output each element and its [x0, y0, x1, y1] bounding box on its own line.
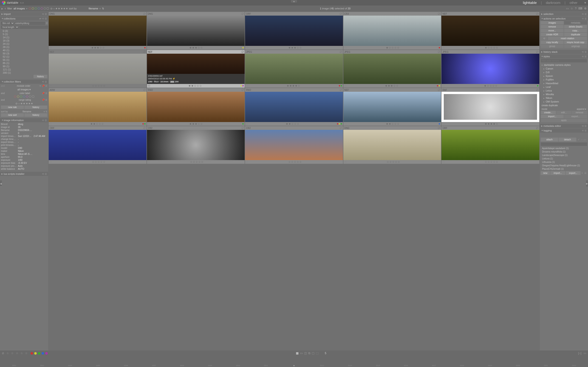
styles-export-button[interactable]: export... [564, 115, 587, 118]
color-label-buttons[interactable] [31, 352, 48, 355]
action-button[interactable]: resync local copy [564, 41, 587, 44]
thumb-rating[interactable]: ★★☆☆☆ [52, 122, 142, 125]
list-item[interactable]: 90 (1) [3, 65, 47, 68]
thumbnail[interactable]: JPEG★☆☆☆☆ [441, 50, 539, 88]
reject-icon[interactable] [442, 161, 445, 163]
thumb-rating[interactable]: ☆☆☆☆☆ [445, 160, 538, 164]
reject-button[interactable]: ⊘ [2, 352, 4, 355]
thumb-labels[interactable] [242, 47, 244, 48]
reject-icon[interactable] [50, 85, 52, 87]
thumb-rating[interactable]: ★★★★☆ [248, 84, 339, 87]
reject-icon[interactable] [50, 47, 52, 49]
thumb-labels[interactable] [439, 47, 440, 48]
rating-stars[interactable]: ☆ ☆ ☆ ☆ ☆ [6, 352, 28, 355]
reject-icon[interactable] [246, 47, 248, 49]
layout-culling2-icon[interactable]: ⧉ [308, 351, 310, 355]
filter-history-button[interactable]: history [24, 106, 47, 109]
thumbnail[interactable]: DNG★★★☆☆ [147, 12, 245, 50]
thumb-rating[interactable]: ☆☆☆☆☆ [248, 160, 342, 164]
thumb-labels[interactable] [337, 123, 342, 125]
focal-length-list[interactable]: 0 (3)5 (1)14 (1)18 (3)24 (1)28 (1)40 (1)… [3, 29, 47, 74]
view-dropdown-icon[interactable]: ▾ [584, 1, 586, 5]
action-button[interactable]: delete (trash) [564, 25, 587, 28]
reset-icon[interactable]: ⟲ [42, 13, 44, 15]
timeline[interactable]: 2002200320042005200620072008200920102011… [0, 356, 588, 367]
reject-icon[interactable] [344, 123, 346, 125]
thumb-labels[interactable] [242, 123, 244, 125]
styles-import-button[interactable]: import... [541, 115, 564, 118]
list-item[interactable]: 50 (3) [3, 52, 47, 55]
thumb-rating[interactable]: ★★★☆☆ [248, 46, 342, 49]
tag-import-button[interactable]: import... [550, 171, 565, 175]
panel-toggle-top[interactable]: ▲ [291, 0, 297, 2]
module-history-stack[interactable]: ▶history stack⟲☰ [540, 50, 588, 54]
module-collection-filters[interactable]: ▼collection filters ⟲☰ [0, 80, 48, 84]
new-rule-button[interactable]: new rule [1, 106, 24, 109]
thumb-rating[interactable]: ☆☆☆☆☆ [52, 160, 146, 164]
thumbnail[interactable]: CR3★☆☆☆☆ [343, 12, 441, 50]
thumbnail[interactable]: CR2☆☆☆☆☆ [147, 126, 245, 164]
thumb-labels[interactable] [437, 85, 440, 86]
collection-prop1[interactable]: film roll [1, 22, 14, 25]
thumb-rating[interactable]: ★★★☆☆ [52, 46, 144, 49]
thumbnail[interactable]: NEF★★☆☆☆ [343, 88, 441, 126]
thumbnail[interactable]: RW2★★☆☆☆ [245, 88, 343, 126]
reject-icon[interactable] [148, 123, 150, 125]
collection-prop1-value[interactable] [15, 22, 45, 25]
list-item[interactable]: 24 (1) [3, 42, 47, 45]
tab-metadata[interactable]: metadata [564, 21, 587, 25]
reject-icon[interactable] [344, 47, 346, 49]
sort-order-icon[interactable]: ⇅ [102, 7, 104, 10]
layout-culling-icon[interactable]: ◫ [304, 351, 307, 355]
thumb-rating[interactable]: ★★★☆☆ [150, 46, 242, 49]
thumb-labels[interactable] [241, 85, 244, 86]
thumb-labels[interactable] [144, 47, 146, 48]
reject-icon[interactable] [50, 161, 52, 163]
reject-icon[interactable] [442, 123, 445, 125]
new-sort-button[interactable]: new sort [1, 113, 24, 117]
thumb-rating[interactable]: ★☆☆☆☆ [445, 84, 537, 87]
styles-apply-button[interactable]: apply [541, 119, 587, 122]
thumbnail[interactable]: NEFDSD29659.nef09/04/2010 03:08:45 PM ⚡1… [147, 50, 245, 88]
action-button[interactable]: create HDR [541, 33, 564, 36]
lighttable-center[interactable]: DNG★★★☆☆DNG★★★☆☆ORF★★★☆☆CR3★☆☆☆☆NEF★☆☆☆☆… [48, 11, 540, 350]
action-button[interactable]: remove [541, 25, 564, 28]
tag-list[interactable]: Apskritalapė saulašarė (1)Drosera rotund… [541, 147, 587, 171]
styles-tree[interactable]: ▾darktable camera styles▸Canon▸DJI▸Epson… [541, 63, 587, 103]
styles-filter-input[interactable] [541, 59, 587, 62]
layout-grid-icon[interactable]: ▦ [296, 351, 299, 355]
styles-create-button[interactable]: create... [541, 111, 556, 114]
thumbnail[interactable]: ORF☆☆☆☆☆ [49, 126, 147, 164]
list-item[interactable]: 0 (3) [3, 29, 47, 33]
panel-toggle-left[interactable]: ◀ [0, 181, 2, 187]
display-profile-icon[interactable]: ▭ [584, 352, 586, 355]
panel-toggle-bottom[interactable]: ▼ [291, 365, 297, 367]
close-icon[interactable]: ⊘ [46, 22, 48, 25]
shortcuts-icon[interactable]: ⌨ [578, 7, 582, 10]
thumb-labels[interactable] [439, 123, 440, 125]
module-image-info[interactable]: ▼image information ⟲☰ [0, 118, 48, 122]
filter-value[interactable]: all images [14, 7, 25, 10]
thumb-size-input[interactable] [321, 352, 330, 355]
thumb-rating[interactable]: ★★☆☆☆ [346, 122, 439, 125]
view-darkroom[interactable]: darkroom [546, 1, 561, 5]
layout-preview-icon[interactable]: ▢ [312, 351, 314, 355]
thumbnail[interactable]: ORF★★★☆☆ [245, 12, 343, 50]
action-button[interactable]: reset rotation [548, 37, 587, 40]
thumbnail[interactable]: NEF☆☆☆☆☆ [49, 50, 147, 88]
thumbnail[interactable]: RAF★★★★☆ [441, 88, 539, 126]
module-selection[interactable]: ▶selection⟲☰ [540, 12, 588, 16]
list-item[interactable]: 5 (1) [3, 33, 47, 36]
tag-new-button[interactable]: new [541, 171, 550, 175]
action-button[interactable]: move... [541, 29, 564, 32]
panel-toggle-right[interactable]: ▶ [586, 181, 588, 187]
thumb-rating[interactable]: ☆☆☆☆☆ [150, 160, 244, 164]
module-metadata-editor[interactable]: ▶metadata editor⟲☰ [540, 124, 588, 128]
module-collections[interactable]: ▼collections ⇄⟲☰ [0, 17, 48, 21]
module-styles[interactable]: ▼styles⟲☰ [540, 54, 588, 58]
reject-icon[interactable] [442, 47, 445, 49]
module-lua[interactable]: ▶lua scripts installer ⟲☰ [0, 172, 48, 176]
action-button[interactable]: copy locally [541, 41, 564, 44]
action-button[interactable]: group [541, 44, 564, 48]
thumbnail[interactable]: ORF☆☆☆☆☆ [441, 126, 539, 164]
